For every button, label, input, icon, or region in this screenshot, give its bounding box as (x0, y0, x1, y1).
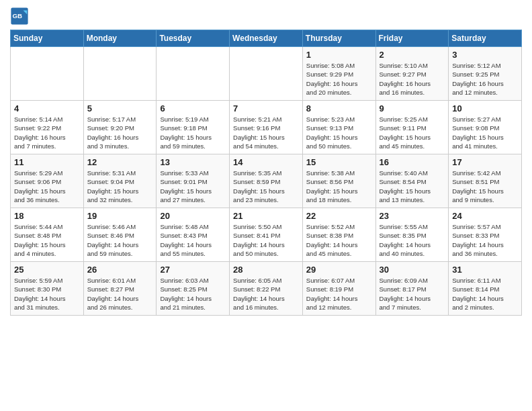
day-info: Sunrise: 6:03 AM Sunset: 8:25 PM Dayligh… (160, 276, 226, 312)
day-info: Sunrise: 5:31 AM Sunset: 9:04 PM Dayligh… (87, 169, 153, 204)
day-number: 12 (87, 157, 153, 167)
day-info: Sunrise: 5:14 AM Sunset: 9:22 PM Dayligh… (14, 115, 80, 150)
day-info: Sunrise: 5:25 AM Sunset: 9:11 PM Dayligh… (380, 115, 445, 150)
calendar-cell: 6Sunrise: 5:19 AM Sunset: 9:18 PM Daylig… (157, 101, 230, 154)
day-info: Sunrise: 5:38 AM Sunset: 8:56 PM Dayligh… (306, 169, 372, 204)
day-number: 1 (306, 50, 372, 60)
day-number: 28 (233, 265, 299, 275)
day-info: Sunrise: 5:46 AM Sunset: 8:46 PM Dayligh… (87, 222, 153, 258)
day-info: Sunrise: 5:08 AM Sunset: 9:29 PM Dayligh… (306, 61, 372, 97)
calendar-cell (11, 47, 84, 101)
calendar-cell: 9Sunrise: 5:25 AM Sunset: 9:11 PM Daylig… (375, 101, 449, 154)
day-info: Sunrise: 5:33 AM Sunset: 9:01 PM Dayligh… (160, 169, 226, 204)
calendar-cell: 13Sunrise: 5:33 AM Sunset: 9:01 PM Dayli… (157, 154, 230, 208)
day-number: 2 (380, 50, 445, 60)
day-number: 20 (160, 211, 226, 221)
day-number: 17 (452, 157, 518, 167)
day-info: Sunrise: 6:11 AM Sunset: 8:14 PM Dayligh… (452, 276, 518, 312)
day-info: Sunrise: 5:27 AM Sunset: 9:08 PM Dayligh… (452, 115, 518, 150)
day-number: 5 (87, 103, 153, 113)
calendar-cell: 29Sunrise: 6:07 AM Sunset: 8:19 PM Dayli… (302, 262, 375, 316)
day-info: Sunrise: 5:40 AM Sunset: 8:54 PM Dayligh… (380, 169, 445, 204)
day-number: 4 (14, 103, 80, 113)
day-info: Sunrise: 5:57 AM Sunset: 8:33 PM Dayligh… (452, 222, 518, 258)
calendar-cell: 24Sunrise: 5:57 AM Sunset: 8:33 PM Dayli… (449, 208, 522, 262)
calendar-header: SundayMondayTuesdayWednesdayThursdayFrid… (11, 30, 522, 47)
day-number: 16 (380, 157, 445, 167)
day-number: 30 (380, 265, 445, 275)
calendar-cell (230, 47, 303, 101)
weekday-header: Wednesday (230, 30, 303, 47)
day-number: 24 (452, 211, 518, 221)
day-info: Sunrise: 6:09 AM Sunset: 8:17 PM Dayligh… (380, 276, 445, 312)
svg-text:GB: GB (13, 12, 23, 19)
day-number: 23 (380, 211, 445, 221)
calendar-cell: 3Sunrise: 5:12 AM Sunset: 9:25 PM Daylig… (449, 47, 522, 101)
calendar-cell: 16Sunrise: 5:40 AM Sunset: 8:54 PM Dayli… (375, 154, 449, 208)
calendar-cell: 18Sunrise: 5:44 AM Sunset: 8:48 PM Dayli… (11, 208, 84, 262)
calendar-cell: 14Sunrise: 5:35 AM Sunset: 8:59 PM Dayli… (230, 154, 303, 208)
day-info: Sunrise: 6:07 AM Sunset: 8:19 PM Dayligh… (306, 276, 372, 312)
day-info: Sunrise: 5:10 AM Sunset: 9:27 PM Dayligh… (380, 61, 445, 97)
day-number: 14 (233, 157, 299, 167)
day-number: 7 (233, 103, 299, 113)
calendar-cell: 4Sunrise: 5:14 AM Sunset: 9:22 PM Daylig… (11, 101, 84, 154)
day-info: Sunrise: 5:35 AM Sunset: 8:59 PM Dayligh… (233, 169, 299, 204)
day-number: 13 (160, 157, 226, 167)
weekday-header: Thursday (302, 30, 375, 47)
day-info: Sunrise: 5:44 AM Sunset: 8:48 PM Dayligh… (14, 222, 80, 258)
weekday-header: Friday (375, 30, 449, 47)
calendar-cell: 11Sunrise: 5:29 AM Sunset: 9:06 PM Dayli… (11, 154, 84, 208)
day-info: Sunrise: 5:42 AM Sunset: 8:51 PM Dayligh… (452, 169, 518, 204)
day-info: Sunrise: 5:17 AM Sunset: 9:20 PM Dayligh… (87, 115, 153, 150)
day-number: 10 (452, 103, 518, 113)
calendar-cell: 26Sunrise: 6:01 AM Sunset: 8:27 PM Dayli… (83, 262, 157, 316)
calendar-cell: 1Sunrise: 5:08 AM Sunset: 9:29 PM Daylig… (302, 47, 375, 101)
day-info: Sunrise: 5:55 AM Sunset: 8:35 PM Dayligh… (380, 222, 445, 258)
day-info: Sunrise: 5:23 AM Sunset: 9:13 PM Dayligh… (306, 115, 372, 150)
day-number: 22 (306, 211, 372, 221)
calendar-cell: 21Sunrise: 5:50 AM Sunset: 8:41 PM Dayli… (230, 208, 303, 262)
weekday-header: Saturday (449, 30, 522, 47)
calendar-cell: 20Sunrise: 5:48 AM Sunset: 8:43 PM Dayli… (157, 208, 230, 262)
day-number: 3 (452, 50, 518, 60)
day-info: Sunrise: 5:52 AM Sunset: 8:38 PM Dayligh… (306, 222, 372, 258)
day-info: Sunrise: 5:21 AM Sunset: 9:16 PM Dayligh… (233, 115, 299, 150)
day-info: Sunrise: 6:05 AM Sunset: 8:22 PM Dayligh… (233, 276, 299, 312)
page-header: GB (10, 7, 522, 26)
day-number: 18 (14, 211, 80, 221)
weekday-header: Sunday (11, 30, 84, 47)
calendar-cell: 7Sunrise: 5:21 AM Sunset: 9:16 PM Daylig… (230, 101, 303, 154)
calendar-cell: 8Sunrise: 5:23 AM Sunset: 9:13 PM Daylig… (302, 101, 375, 154)
weekday-header: Tuesday (157, 30, 230, 47)
calendar-cell: 22Sunrise: 5:52 AM Sunset: 8:38 PM Dayli… (302, 208, 375, 262)
calendar-cell: 19Sunrise: 5:46 AM Sunset: 8:46 PM Dayli… (83, 208, 157, 262)
calendar-cell: 12Sunrise: 5:31 AM Sunset: 9:04 PM Dayli… (83, 154, 157, 208)
calendar-cell (157, 47, 230, 101)
calendar-cell: 5Sunrise: 5:17 AM Sunset: 9:20 PM Daylig… (83, 101, 157, 154)
calendar-cell: 23Sunrise: 5:55 AM Sunset: 8:35 PM Dayli… (375, 208, 449, 262)
calendar-cell: 17Sunrise: 5:42 AM Sunset: 8:51 PM Dayli… (449, 154, 522, 208)
day-number: 29 (306, 265, 372, 275)
day-info: Sunrise: 5:12 AM Sunset: 9:25 PM Dayligh… (452, 61, 518, 97)
day-number: 6 (160, 103, 226, 113)
day-number: 19 (87, 211, 153, 221)
calendar-cell: 10Sunrise: 5:27 AM Sunset: 9:08 PM Dayli… (449, 101, 522, 154)
day-info: Sunrise: 5:50 AM Sunset: 8:41 PM Dayligh… (233, 222, 299, 258)
day-info: Sunrise: 5:19 AM Sunset: 9:18 PM Dayligh… (160, 115, 226, 150)
day-number: 9 (380, 103, 445, 113)
calendar-cell: 2Sunrise: 5:10 AM Sunset: 9:27 PM Daylig… (375, 47, 449, 101)
day-info: Sunrise: 5:29 AM Sunset: 9:06 PM Dayligh… (14, 169, 80, 204)
day-number: 8 (306, 103, 372, 113)
day-info: Sunrise: 5:59 AM Sunset: 8:30 PM Dayligh… (14, 276, 80, 312)
day-number: 31 (452, 265, 518, 275)
calendar-cell: 28Sunrise: 6:05 AM Sunset: 8:22 PM Dayli… (230, 262, 303, 316)
logo-icon: GB (10, 7, 29, 26)
day-number: 15 (306, 157, 372, 167)
calendar-cell: 31Sunrise: 6:11 AM Sunset: 8:14 PM Dayli… (449, 262, 522, 316)
weekday-header: Monday (83, 30, 157, 47)
logo: GB (10, 7, 32, 26)
calendar-cell (83, 47, 157, 101)
day-number: 21 (233, 211, 299, 221)
calendar-cell: 30Sunrise: 6:09 AM Sunset: 8:17 PM Dayli… (375, 262, 449, 316)
